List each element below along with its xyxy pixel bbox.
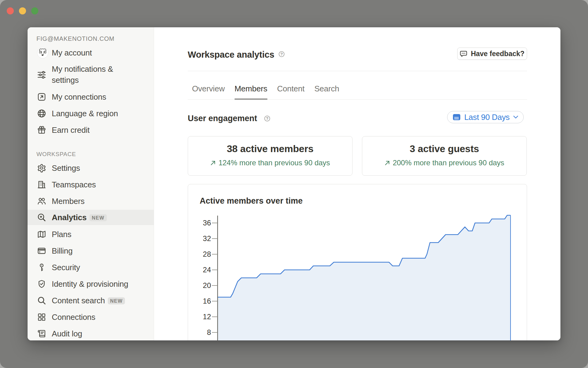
svg-text:12: 12 bbox=[203, 312, 211, 321]
svg-text:28: 28 bbox=[203, 250, 211, 258]
svg-text:16: 16 bbox=[203, 297, 211, 305]
svg-text:20: 20 bbox=[203, 281, 211, 289]
svg-text:8: 8 bbox=[207, 328, 211, 336]
svg-text:32: 32 bbox=[203, 234, 211, 243]
svg-text:24: 24 bbox=[203, 266, 211, 274]
svg-text:36: 36 bbox=[203, 219, 211, 227]
